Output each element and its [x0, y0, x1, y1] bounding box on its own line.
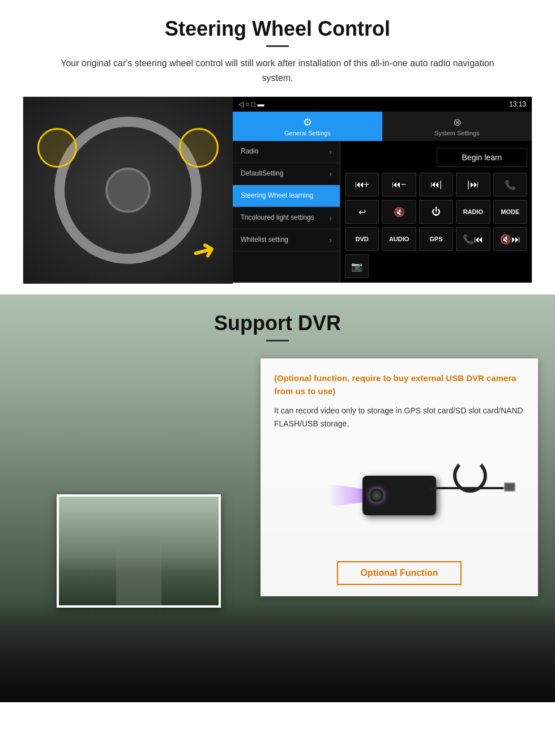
menu-right: Begin learn ⏮+ ⏮− ⏮| |⏭ 📞 ↩ 🔇 ⏻: [340, 141, 532, 283]
android-statusbar: ◁ ○ □ ▬ 13:13: [233, 97, 532, 112]
gear-icon: ⚙: [303, 116, 312, 129]
android-panel: ◁ ○ □ ▬ 13:13 ⚙ General Settings ⊗ Syste…: [233, 97, 532, 283]
begin-learn-button[interactable]: Begin learn: [437, 148, 527, 167]
back-button[interactable]: ↩: [345, 200, 379, 224]
menu-steering-label: Steering Wheel learning: [241, 191, 313, 200]
vol-down-button[interactable]: ⏮−: [382, 173, 416, 197]
steering-section: Steering Wheel Control Your original car…: [0, 0, 555, 294]
dvr-bottom-overlay: [0, 600, 555, 702]
camera-cable: [430, 487, 504, 489]
begin-learn-row: Begin learn: [345, 146, 527, 169]
tab-system-label: System Settings: [434, 130, 479, 136]
dvd-button[interactable]: DVD: [345, 227, 379, 251]
camera-lens: [368, 487, 385, 504]
chevron-right-icon3: ›: [329, 191, 332, 200]
dvr-left-area: [0, 358, 261, 608]
audio-button[interactable]: AUDIO: [382, 227, 416, 251]
chevron-right-icon2: ›: [329, 169, 332, 178]
vol-up-button[interactable]: ⏮+: [345, 173, 379, 197]
menu-whitelist[interactable]: Whitelist setting ›: [233, 229, 340, 251]
chevron-right-icon5: ›: [329, 236, 332, 245]
chevron-right-icon: ›: [329, 147, 332, 156]
status-nav-icons: ◁ ○ □ ▬: [238, 100, 264, 108]
menu-tricoloured-label: Tricoloured light settings: [241, 213, 314, 223]
mute-button[interactable]: 🔇: [382, 200, 416, 224]
mode-button[interactable]: MODE: [493, 200, 527, 224]
menu-whitelist-label: Whitelist setting: [241, 236, 288, 245]
tab-general-label: General Settings: [284, 130, 331, 136]
camera-button[interactable]: 📷: [345, 254, 369, 278]
menu-default-label: DefaultSetting: [241, 169, 283, 178]
menu-tricoloured[interactable]: Tricoloured light settings ›: [233, 207, 340, 229]
dvr-optional-text: (Optional function, require to buy exter…: [274, 372, 524, 398]
title-divider: [266, 45, 289, 47]
dvr-title: Support DVR: [0, 311, 555, 335]
dvr-thumbnail: [57, 494, 221, 608]
ctrl-row-4: 📷: [345, 254, 527, 278]
light-beam: [328, 484, 362, 507]
dvr-divider: [266, 340, 289, 341]
usb-connector: [504, 482, 515, 492]
android-menu: Radio › DefaultSetting › Steering Wheel …: [233, 141, 532, 283]
wheel-inner: [105, 168, 151, 213]
wheel-circle: [54, 117, 202, 264]
call-button[interactable]: 📞: [493, 173, 527, 197]
chevron-right-icon4: ›: [329, 213, 332, 223]
menu-radio-label: Radio: [241, 147, 258, 156]
menu-default-setting[interactable]: DefaultSetting ›: [233, 163, 340, 185]
dvr-road: [116, 540, 161, 605]
menu-steering-wheel-learning[interactable]: Steering Wheel learning ›: [233, 185, 340, 207]
network-icon: ⊗: [453, 116, 462, 129]
ctrl-row-1: ⏮+ ⏮− ⏮| |⏭ 📞: [345, 173, 527, 197]
dvr-content-area: (Optional function, require to buy exter…: [0, 358, 555, 608]
steering-photo: ➜: [23, 97, 233, 284]
mute-next-button[interactable]: 🔇⏭: [493, 227, 527, 251]
dvr-camera: [362, 476, 436, 515]
steering-title: Steering Wheel Control: [23, 17, 532, 41]
status-time: 13:13: [509, 100, 526, 108]
dvr-section: Support DVR (Optional function, require …: [0, 294, 555, 702]
tab-system-settings[interactable]: ⊗ System Settings: [382, 112, 532, 141]
optional-function-button[interactable]: Optional Function: [337, 561, 462, 585]
right-highlight: [179, 128, 219, 168]
next-track-button[interactable]: |⏭: [456, 173, 490, 197]
radio-button[interactable]: RADIO: [456, 200, 490, 224]
dvr-product-image: [274, 439, 524, 552]
dvr-thumb-inner: [59, 497, 219, 605]
dvr-info-card: (Optional function, require to buy exter…: [261, 358, 538, 596]
menu-radio[interactable]: Radio ›: [233, 141, 340, 163]
gps-button[interactable]: GPS: [419, 227, 453, 251]
dvr-description: It can record video only to storage in G…: [274, 404, 524, 430]
steering-demo: ➜ ◁ ○ □ ▬ 13:13 ⚙ General Settings ⊗ Sys…: [23, 96, 532, 283]
call-prev-button[interactable]: 📞⏮: [456, 227, 490, 251]
arrow-indicator: ➜: [188, 232, 220, 270]
android-tabs: ⚙ General Settings ⊗ System Settings: [233, 112, 532, 141]
steering-description: Your original car's steering wheel contr…: [45, 56, 510, 85]
menu-left: Radio › DefaultSetting › Steering Wheel …: [233, 141, 340, 283]
power-button[interactable]: ⏻: [419, 200, 453, 224]
left-highlight: [37, 128, 77, 168]
prev-track-button[interactable]: ⏮|: [419, 173, 453, 197]
tab-general-settings[interactable]: ⚙ General Settings: [233, 112, 382, 141]
dvr-title-area: Support DVR: [0, 294, 555, 347]
ctrl-row-2: ↩ 🔇 ⏻ RADIO MODE: [345, 200, 527, 224]
ctrl-row-3: DVD AUDIO GPS 📞⏮ 🔇⏭: [345, 227, 527, 251]
wheel-bg: ➜: [23, 97, 233, 284]
camera-body: [362, 476, 436, 515]
